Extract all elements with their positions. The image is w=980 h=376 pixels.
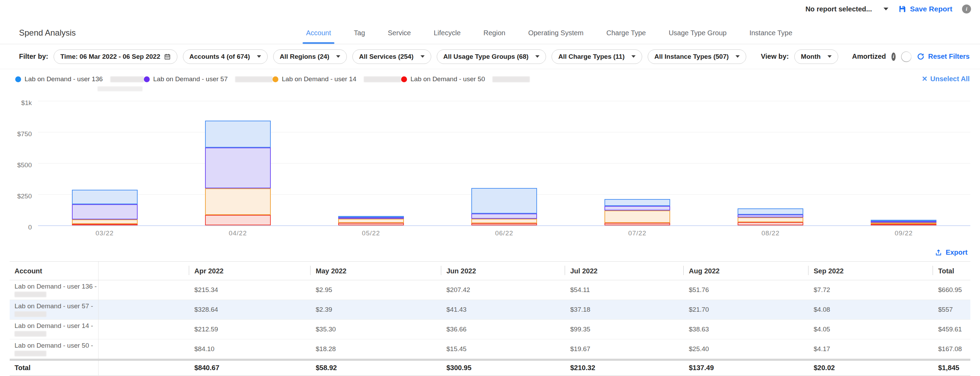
bar-stack — [471, 188, 537, 225]
bar-segment-lab-on-demand-user-14[interactable] — [338, 219, 404, 223]
bar-segment-lab-on-demand-user-136[interactable] — [72, 190, 138, 204]
bar-segment-lab-on-demand-user-57[interactable] — [72, 204, 138, 219]
redacted-text — [14, 331, 46, 336]
export-label: Export — [946, 249, 967, 256]
tab-account[interactable]: Account — [302, 29, 334, 44]
legend-label: Lab on Demand - user 136 — [25, 75, 103, 83]
chart-column-03-22 — [38, 101, 171, 225]
export-button[interactable]: Export — [935, 249, 967, 256]
total-value-cell: $300.95 — [441, 360, 565, 375]
save-report-button[interactable]: Save Report — [898, 5, 952, 13]
bar-segment-lab-on-demand-user-136[interactable] — [471, 188, 537, 214]
refresh-icon — [917, 52, 925, 60]
filter-pill-all-services-254[interactable]: All Services (254) — [352, 49, 431, 64]
account-name: Lab on Demand - user 136 - — [14, 283, 97, 290]
tab-instance-type[interactable]: Instance Type — [746, 29, 796, 44]
bar-segment-lab-on-demand-user-50[interactable] — [205, 215, 271, 225]
topbar: No report selected... Save Report i — [0, 0, 980, 18]
col-header-apr-2022: Apr 2022 — [189, 262, 310, 280]
bar-segment-lab-on-demand-user-50[interactable] — [72, 224, 138, 225]
bar-stack — [72, 190, 138, 225]
filter-pill-label: All Services (254) — [359, 53, 413, 60]
legend-dot — [144, 76, 150, 82]
spend-analysis-page: No report selected... Save Report i Spen… — [0, 0, 980, 376]
chart-plot — [38, 101, 970, 225]
y-axis-tick: $500 — [0, 162, 33, 169]
legend-label: Lab on Demand - user 50 — [410, 75, 485, 83]
bar-stack — [205, 121, 271, 225]
unselect-all-button[interactable]: ✕ Unselect All — [921, 75, 970, 83]
x-axis-tick: 03/22 — [38, 230, 171, 237]
bar-segment-lab-on-demand-user-50[interactable] — [605, 223, 670, 225]
value-cell: $41.43 — [441, 300, 565, 319]
bar-segment-lab-on-demand-user-136[interactable] — [205, 121, 271, 148]
bar-segment-lab-on-demand-user-57[interactable] — [605, 206, 670, 211]
value-cell: $2.39 — [310, 300, 441, 319]
table-row: Lab on Demand - user 50 -$84.10$18.28$15… — [10, 340, 970, 359]
info-icon[interactable]: i — [891, 52, 896, 61]
bar-segment-lab-on-demand-user-14[interactable] — [605, 211, 670, 223]
redacted-text — [14, 292, 46, 297]
tab-charge-type[interactable]: Charge Type — [603, 29, 649, 44]
bar-segment-lab-on-demand-user-57[interactable] — [738, 214, 803, 217]
info-icon[interactable]: i — [962, 5, 971, 13]
reset-filters-button[interactable]: Reset Filters — [917, 52, 970, 60]
time-filter-value: Time: 06 Mar 2022 - 06 Sep 2022 — [60, 53, 160, 60]
account-cell: Lab on Demand - user 14 - — [10, 320, 99, 339]
legend-item-lab-on-demand-user-57[interactable]: Lab on Demand - user 57 — [144, 75, 272, 83]
chart-column-06-22 — [438, 101, 571, 225]
value-cell: $660.95 — [932, 280, 970, 300]
bar-segment-lab-on-demand-user-136[interactable] — [738, 208, 803, 215]
legend-dot — [272, 76, 278, 82]
bar-segment-lab-on-demand-user-50[interactable] — [738, 222, 803, 225]
bar-segment-lab-on-demand-user-14[interactable] — [72, 219, 138, 224]
calendar-icon — [164, 53, 171, 60]
view-by-pill[interactable]: Month — [794, 49, 838, 64]
filter-pill-all-charge-types-11[interactable]: All Charge Types (11) — [552, 49, 642, 64]
bar-segment-lab-on-demand-user-136[interactable] — [605, 199, 670, 206]
bar-segment-lab-on-demand-user-50[interactable] — [338, 223, 404, 225]
col-header-jul-2022: Jul 2022 — [565, 262, 683, 280]
filter-pill-all-instance-types-507[interactable]: All Instance Types (507) — [648, 49, 746, 64]
bar-segment-lab-on-demand-user-57[interactable] — [471, 214, 537, 219]
report-selector-dropdown[interactable]: No report selected... — [805, 5, 888, 13]
value-cell: $212.59 — [189, 320, 310, 339]
chart-legend: Lab on Demand - user 136Lab on Demand - … — [0, 69, 980, 99]
bar-segment-lab-on-demand-user-14[interactable] — [738, 217, 803, 222]
tab-tag[interactable]: Tag — [350, 29, 368, 44]
tab-lifecycle[interactable]: Lifecycle — [430, 29, 464, 44]
legend-item-lab-on-demand-user-136[interactable]: Lab on Demand - user 136 — [15, 75, 144, 83]
account-cell: Lab on Demand - user 57 - — [10, 300, 99, 319]
bar-segment-lab-on-demand-user-50[interactable] — [871, 224, 936, 225]
value-cell: $2.95 — [310, 280, 441, 300]
chart-column-08-22 — [704, 101, 837, 225]
legend-item-lab-on-demand-user-50[interactable]: Lab on Demand - user 50 — [401, 75, 530, 83]
total-value-cell: $1,845 — [932, 360, 970, 375]
legend-item-lab-on-demand-user-14[interactable]: Lab on Demand - user 14 — [272, 75, 401, 83]
amortized-toggle[interactable] — [901, 51, 911, 62]
y-axis-tick: $1k — [0, 99, 33, 107]
filter-pill-all-regions-24[interactable]: All Regions (24) — [273, 49, 347, 64]
save-icon — [898, 5, 906, 13]
page-title: Spend Analysis — [19, 28, 76, 38]
time-filter-pill[interactable]: Time: 06 Mar 2022 - 06 Sep 2022 — [54, 49, 177, 64]
tabs: AccountTagServiceLifecycleRegionOperatin… — [302, 29, 796, 44]
col-header-may-2022: May 2022 — [310, 262, 441, 280]
tab-service[interactable]: Service — [385, 29, 415, 44]
redacted-text — [364, 76, 401, 82]
filter-pill-all-usage-type-groups-68[interactable]: All Usage Type Groups (68) — [437, 49, 546, 64]
filter-bar: Filter by: Time: 06 Mar 2022 - 06 Sep 20… — [0, 44, 980, 69]
filter-pill-accounts-4-of-674[interactable]: Accounts 4 (of 674) — [183, 49, 268, 64]
bar-segment-lab-on-demand-user-14[interactable] — [471, 219, 537, 223]
value-cell: $25.40 — [683, 340, 808, 359]
bar-segment-lab-on-demand-user-50[interactable] — [471, 223, 537, 225]
x-axis-labels: 03/2204/2205/2206/2207/2208/2209/22 — [38, 230, 970, 237]
value-cell: $4.05 — [808, 320, 932, 339]
tab-operating-system[interactable]: Operating System — [525, 29, 587, 44]
bar-segment-lab-on-demand-user-14[interactable] — [205, 188, 271, 215]
tab-usage-type-group[interactable]: Usage Type Group — [665, 29, 730, 44]
tab-region[interactable]: Region — [480, 29, 509, 44]
legend-dot — [15, 76, 21, 82]
bar-segment-lab-on-demand-user-57[interactable] — [205, 148, 271, 188]
value-cell: $36.66 — [441, 320, 565, 339]
